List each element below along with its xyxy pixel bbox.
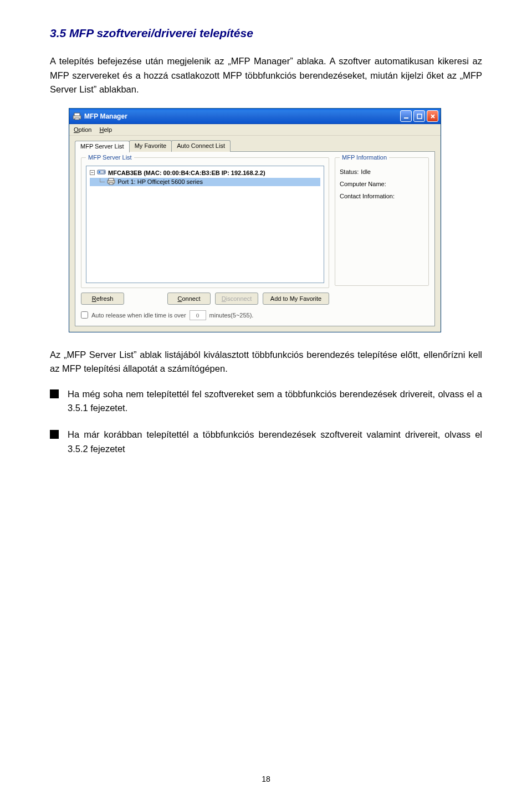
menu-bar: Option Help (69, 124, 441, 136)
auto-release-label-2: minutes(5~255). (209, 312, 254, 319)
tab-auto-connect-list[interactable]: Auto Connect List (171, 140, 231, 152)
computer-name-label: Computer Name: (340, 178, 386, 190)
disconnect-button[interactable]: Disconnect (215, 293, 258, 305)
info-contact: Contact Information: (340, 190, 424, 202)
group-mfp-information: MFP Information Status: Idle Computer Na… (335, 157, 429, 286)
paragraph-1: A telepítés befejezése után megjelenik a… (50, 54, 482, 97)
tree-collapse-icon[interactable]: − (90, 170, 95, 175)
square-bullet-icon (50, 430, 59, 439)
app-icon (73, 112, 81, 121)
status-value: Idle (361, 166, 371, 178)
button-row: Refresh Connect Disconnect Add to My Fav… (81, 293, 329, 305)
tab-pane: MFP Server List − MFCAB3EB (MAC: 00:00:B… (75, 151, 435, 326)
tree-port-node[interactable]: └─ Port 1: HP Officejet 5600 series (90, 178, 320, 186)
tree-server-node[interactable]: − MFCAB3EB (MAC: 00:00:B4:CA:B3:EB IP: 1… (90, 168, 320, 177)
svg-rect-8 (99, 171, 100, 173)
svg-rect-3 (404, 117, 408, 119)
tab-strip: MFP Server List My Favorite Auto Connect… (75, 140, 435, 152)
tab-my-favorite[interactable]: My Favorite (129, 140, 172, 152)
tab-mfp-server-list[interactable]: MFP Server List (75, 141, 130, 152)
auto-release-minutes[interactable] (190, 310, 206, 320)
info-status: Status: Idle (340, 166, 424, 178)
svg-rect-1 (74, 113, 80, 116)
close-button[interactable] (427, 110, 438, 122)
connect-button[interactable]: Connect (167, 293, 211, 305)
svg-rect-2 (75, 118, 79, 120)
window-title: MFP Manager (84, 112, 400, 120)
group-legend-left: MFP Server List (86, 154, 134, 161)
paragraph-2: Az „MFP Server List” ablak listájából ki… (50, 348, 482, 376)
server-icon (97, 168, 106, 177)
mfp-manager-window: MFP Manager Option Help MFP Server List … (69, 108, 441, 332)
auto-release-row: Auto release when idle time is over minu… (81, 310, 329, 320)
printer-icon (107, 178, 115, 186)
group-mfp-server-list: MFP Server List − MFCAB3EB (MAC: 00:00:B… (81, 157, 329, 288)
tree-port-label: Port 1: HP Officejet 5600 series (117, 178, 203, 185)
minimize-button[interactable] (400, 110, 412, 122)
bullet-list: Ha még soha nem telepítettél fel szoftve… (50, 387, 482, 456)
square-bullet-icon (50, 389, 59, 398)
auto-release-label-1: Auto release when idle time is over (91, 312, 186, 319)
bullet-item: Ha már korábban telepítettél a többfunkc… (50, 428, 482, 456)
bullet-text: Ha már korábban telepítettél a többfunkc… (68, 428, 482, 456)
menu-help[interactable]: Help (99, 126, 112, 133)
status-label: Status: (340, 166, 359, 178)
info-computer-name: Computer Name: (340, 178, 424, 190)
refresh-button[interactable]: Refresh (81, 293, 124, 305)
group-legend-right: MFP Information (340, 154, 389, 161)
contact-label: Contact Information: (340, 190, 395, 202)
mfp-manager-screenshot: MFP Manager Option Help MFP Server List … (69, 108, 482, 332)
menu-option[interactable]: Option (74, 126, 91, 133)
window-titlebar: MFP Manager (69, 109, 441, 124)
bullet-item: Ha még soha nem telepítettél fel szoftve… (50, 387, 482, 416)
maximize-button[interactable] (413, 110, 425, 122)
svg-rect-9 (104, 171, 105, 172)
server-tree[interactable]: − MFCAB3EB (MAC: 00:00:B4:CA:B3:EB IP: 1… (86, 166, 324, 283)
svg-rect-13 (109, 183, 113, 184)
svg-rect-10 (104, 172, 105, 173)
window-client-area: MFP Server List My Favorite Auto Connect… (69, 136, 441, 332)
tree-connector-icon: └─ (98, 178, 104, 186)
auto-release-checkbox[interactable] (81, 311, 88, 319)
svg-rect-4 (417, 114, 422, 119)
tree-server-label: MFCAB3EB (MAC: 00:00:B4:CA:B3:EB IP: 192… (108, 170, 265, 176)
bullet-text: Ha még soha nem telepítettél fel szoftve… (68, 387, 482, 416)
page-number: 18 (0, 775, 532, 783)
add-favorite-button[interactable]: Add to My Favorite (263, 293, 329, 305)
svg-rect-12 (109, 178, 114, 181)
section-heading: 3.5 MFP szoftverei/driverei telepítése (50, 27, 482, 40)
